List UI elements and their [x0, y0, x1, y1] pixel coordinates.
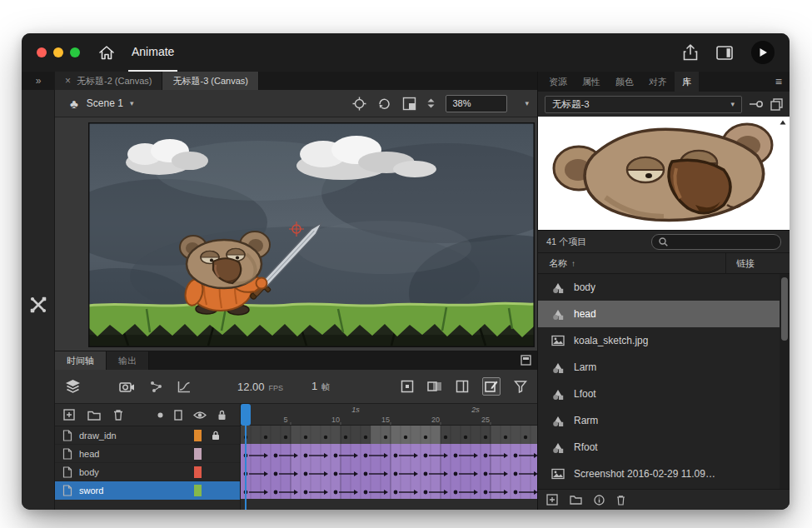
- doc-tab-untitled-3[interactable]: 无标题-3 (Canvas): [162, 72, 258, 90]
- test-movie-button[interactable]: [751, 41, 775, 64]
- new-library-panel-icon[interactable]: [770, 98, 783, 111]
- library-scrollbar[interactable]: [780, 274, 790, 489]
- layer-name[interactable]: head: [79, 449, 187, 459]
- library-item-name[interactable]: Rarm: [574, 415, 598, 426]
- library-item-name[interactable]: Lfoot: [574, 388, 596, 400]
- delete-item-icon[interactable]: [616, 495, 625, 506]
- onion-skin-icon[interactable]: [427, 380, 442, 393]
- library-item-name[interactable]: head: [574, 308, 596, 320]
- new-folder-icon[interactable]: [570, 495, 582, 505]
- library-item-name[interactable]: body: [574, 281, 595, 293]
- close-window-button[interactable]: [37, 47, 47, 57]
- add-layer-icon[interactable]: [63, 409, 75, 421]
- rotate-stage-icon[interactable]: [377, 97, 391, 111]
- close-icon[interactable]: ×: [65, 76, 71, 86]
- outline-layers-icon[interactable]: [174, 410, 182, 421]
- library-item[interactable]: Lfoot: [538, 381, 790, 407]
- fps-value[interactable]: 12.00: [237, 381, 265, 393]
- frame-row-head[interactable]: [241, 444, 537, 462]
- zoom-dropdown[interactable]: 38%: [446, 95, 507, 112]
- zoom-stepper-icon[interactable]: [427, 98, 435, 108]
- tab-timeline[interactable]: 时间轴: [55, 351, 107, 370]
- chevron-down-icon[interactable]: ▾: [525, 99, 529, 107]
- frame-row-body[interactable]: [241, 462, 537, 481]
- tab-align[interactable]: 对齐: [641, 72, 675, 92]
- layer-outline-color-swatch[interactable]: [194, 485, 202, 496]
- library-scrollbar-thumb[interactable]: [781, 277, 788, 341]
- library-item[interactable]: Rfoot: [538, 434, 790, 461]
- library-item-name[interactable]: Larm: [574, 361, 596, 373]
- panel-menu-icon[interactable]: ≡: [775, 72, 782, 92]
- tab-output[interactable]: 输出: [107, 351, 149, 370]
- library-search-input[interactable]: [651, 234, 781, 250]
- minimize-window-button[interactable]: [53, 47, 63, 57]
- new-symbol-icon[interactable]: [546, 494, 558, 506]
- zoom-window-button[interactable]: [70, 47, 80, 57]
- clip-content-icon[interactable]: [402, 97, 416, 111]
- timeline-frames[interactable]: 1s2s510152025: [241, 404, 537, 510]
- camera-icon[interactable]: [119, 381, 135, 393]
- layer-outline-color-swatch[interactable]: [194, 448, 202, 460]
- layer-parenting-icon[interactable]: [150, 381, 162, 393]
- chevron-down-icon[interactable]: ▾: [130, 99, 134, 107]
- layer-outline-color-swatch[interactable]: [194, 430, 202, 441]
- home-icon[interactable]: [98, 45, 115, 61]
- layer-outline-color-swatch[interactable]: [194, 466, 202, 478]
- delete-layer-icon[interactable]: [113, 409, 123, 421]
- layer-name[interactable]: body: [79, 467, 187, 477]
- frame-row-draw_idn[interactable]: [241, 426, 537, 444]
- tab-overflow-chevron[interactable]: »: [22, 72, 55, 90]
- library-item[interactable]: koala_sketch.jpg: [538, 327, 790, 354]
- item-properties-icon[interactable]: [594, 495, 605, 506]
- graph-editor-icon[interactable]: [177, 381, 191, 393]
- tab-assets[interactable]: 资源: [541, 72, 575, 92]
- highlight-layers-icon[interactable]: [157, 412, 163, 418]
- library-item[interactable]: Rarm: [538, 407, 790, 434]
- library-pin-icon[interactable]: [750, 100, 763, 108]
- layer-row-draw_idn[interactable]: draw_idn: [55, 426, 240, 445]
- add-folder-icon[interactable]: [87, 410, 101, 421]
- library-item-name[interactable]: Screenshot 2016-02-29 11.09…: [574, 468, 715, 480]
- customize-tools-icon[interactable]: [29, 100, 47, 510]
- layer-name[interactable]: draw_idn: [79, 431, 187, 441]
- tab-color[interactable]: 颜色: [608, 72, 641, 92]
- stage-canvas[interactable]: [88, 122, 535, 347]
- library-item[interactable]: body: [538, 274, 790, 301]
- show-hide-layers-icon[interactable]: [193, 411, 207, 420]
- current-frame-value[interactable]: 1: [311, 380, 317, 392]
- fps-control[interactable]: 12.00 FPS: [237, 381, 283, 393]
- tab-library[interactable]: 库: [675, 72, 699, 92]
- share-icon[interactable]: [683, 44, 698, 61]
- workspace-icon[interactable]: [716, 46, 733, 60]
- scene-name[interactable]: Scene 1: [87, 97, 123, 109]
- center-playhead-icon[interactable]: [401, 380, 414, 393]
- layer-lock-slot[interactable]: [208, 431, 223, 441]
- center-stage-icon[interactable]: [352, 97, 366, 111]
- edit-multiple-frames-icon[interactable]: [482, 377, 501, 396]
- preview-scroll-arrow-icon[interactable]: [780, 120, 786, 125]
- app-title-tab[interactable]: Animate: [128, 33, 177, 72]
- frame-row-sword[interactable]: [241, 481, 537, 499]
- split-frame-view-icon[interactable]: [456, 380, 469, 393]
- playhead-handle[interactable]: [241, 404, 251, 426]
- panel-options-icon[interactable]: [521, 355, 531, 366]
- lock-layers-icon[interactable]: [217, 410, 227, 421]
- library-item-name[interactable]: koala_sketch.jpg: [574, 335, 648, 346]
- layer-row-sword[interactable]: sword: [55, 481, 240, 500]
- library-document-dropdown[interactable]: 无标题-3 ▾: [545, 96, 742, 113]
- column-name[interactable]: 名称 ↑: [538, 257, 726, 270]
- library-item[interactable]: Screenshot 2016-02-29 11.09…: [538, 461, 790, 487]
- library-item[interactable]: head: [538, 301, 790, 327]
- current-frame-control[interactable]: 1 帧: [311, 380, 330, 393]
- library-item-name[interactable]: Rfoot: [574, 441, 598, 453]
- layer-row-head[interactable]: head: [55, 445, 240, 463]
- layer-row-body[interactable]: body: [55, 463, 240, 481]
- layers-icon[interactable]: [65, 379, 81, 394]
- library-item[interactable]: Larm: [538, 354, 790, 381]
- stage-pasteboard[interactable]: [55, 117, 537, 351]
- column-linkage[interactable]: 链接: [726, 257, 790, 270]
- tab-properties[interactable]: 属性: [575, 72, 608, 92]
- doc-tab-untitled-2[interactable]: × 无标题-2 (Canvas): [55, 72, 162, 90]
- edit-scene-icon[interactable]: ♣: [70, 97, 78, 111]
- layer-name[interactable]: sword: [79, 486, 187, 496]
